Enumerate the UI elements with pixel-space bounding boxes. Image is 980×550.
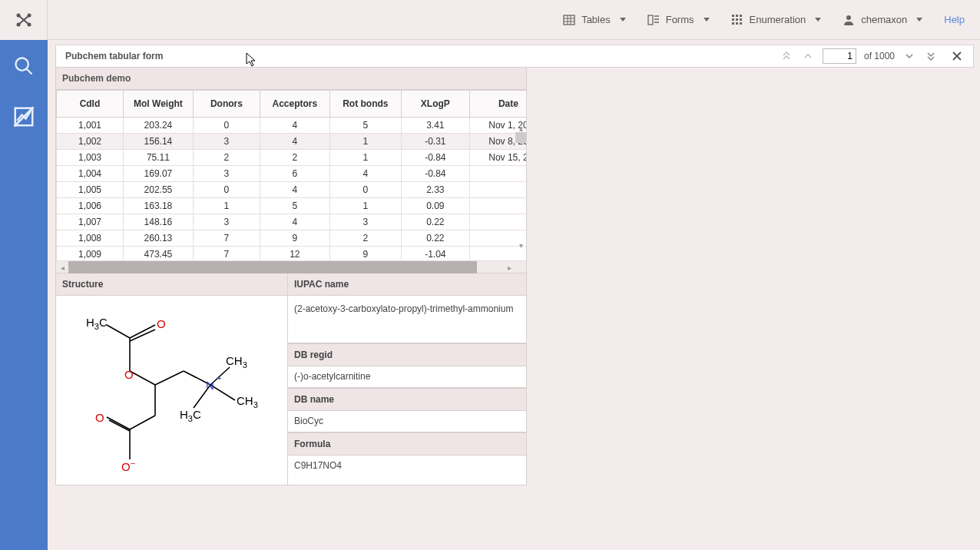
cell-cdid: 1,009	[57, 247, 124, 261]
cell-date	[469, 182, 526, 198]
menu-help-label: Help	[944, 14, 965, 25]
logo-container	[0, 0, 48, 40]
horizontal-scrollbar[interactable]: ◂ ▸	[56, 260, 526, 273]
svg-text:O: O	[124, 368, 134, 381]
cell-mw: 148.16	[123, 214, 193, 230]
cell-cdid: 1,001	[57, 118, 124, 134]
menu-user[interactable]: chemaxon	[843, 14, 922, 26]
sidebar-chart-button[interactable]	[10, 103, 38, 131]
structure-column: Structure	[56, 273, 288, 485]
cell-acceptors: 12	[260, 247, 329, 261]
menu-tables[interactable]: Tables	[563, 14, 626, 26]
table-header-row: CdId Mol Weight Donors Acceptors Rot bon…	[57, 91, 527, 118]
cell-donors: 3	[193, 134, 260, 150]
cell-rot: 1	[329, 150, 401, 166]
page-first-button[interactable]	[780, 49, 793, 63]
svg-line-41	[107, 417, 130, 429]
cell-donors: 7	[193, 230, 260, 247]
table-row[interactable]: 1,005202.550402.33	[57, 182, 527, 198]
svg-rect-17	[736, 18, 738, 21]
table-row[interactable]: 1,008260.137920.22	[57, 230, 527, 247]
double-chevron-up-icon	[781, 51, 792, 61]
app-logo-icon	[15, 11, 33, 29]
table-row[interactable]: 1,006163.181510.09	[57, 198, 527, 214]
scroll-down-arrow[interactable]: ▾	[517, 241, 525, 249]
col-cdid[interactable]: CdId	[57, 91, 124, 118]
formula-value: C9H17NO4	[288, 456, 526, 477]
cell-date	[469, 166, 526, 182]
cell-acceptors: 6	[260, 166, 329, 182]
data-panel: Pubchem demo CdId Mol Weight Donors Acce…	[55, 68, 527, 485]
svg-line-42	[109, 420, 130, 431]
cell-cdid: 1,005	[57, 182, 124, 198]
caret-down-icon	[916, 18, 922, 22]
page-last-button[interactable]	[924, 49, 938, 63]
page-input[interactable]	[823, 48, 856, 64]
sidebar	[0, 40, 48, 550]
scroll-left-arrow[interactable]: ◂	[56, 261, 68, 273]
svg-text:O: O	[95, 411, 104, 424]
cell-rot: 0	[329, 182, 401, 198]
cell-mw: 156.14	[123, 134, 193, 150]
cell-mw: 260.13	[123, 230, 193, 247]
cell-cdid: 1,008	[57, 230, 124, 247]
cell-xlogp: 0.22	[401, 230, 469, 247]
table-icon	[563, 14, 575, 26]
table-row[interactable]: 1,007148.163430.22	[57, 214, 527, 230]
double-chevron-down-icon	[925, 51, 936, 61]
svg-rect-15	[740, 15, 742, 17]
menu-enumeration[interactable]: Enumeration	[731, 14, 822, 26]
table-row[interactable]: 1,009473.457129-1.04	[57, 247, 527, 261]
sidebar-search-button[interactable]	[10, 52, 38, 80]
svg-line-26	[15, 108, 34, 127]
cell-mw: 202.55	[123, 182, 193, 198]
svg-line-40	[130, 416, 155, 429]
svg-rect-19	[732, 22, 734, 25]
horizontal-scrollbar-thumb[interactable]	[68, 261, 477, 273]
table-row[interactable]: 1,00375.11221-0.84Nov 15, 2	[57, 150, 527, 166]
menu-help[interactable]: Help	[944, 14, 965, 25]
close-button[interactable]	[950, 49, 964, 63]
col-mw[interactable]: Mol Weight	[123, 91, 193, 118]
svg-rect-9	[648, 15, 653, 25]
page-next-button[interactable]	[902, 49, 916, 63]
svg-text:N: N	[206, 379, 214, 392]
svg-line-29	[107, 325, 130, 338]
cell-cdid: 1,003	[57, 150, 124, 166]
info-column: IUPAC name (2-acetoxy-3-carboxylato-prop…	[288, 273, 526, 485]
cell-donors: 2	[193, 150, 260, 166]
menubar: Tables Forms Enumeration chemaxon Help	[0, 0, 980, 40]
vertical-scrollbar-thumb[interactable]	[515, 132, 526, 143]
cell-cdid: 1,002	[57, 134, 124, 150]
scroll-right-arrow[interactable]: ▸	[503, 261, 515, 273]
cell-rot: 2	[329, 230, 401, 247]
dbname-label: DB name	[288, 388, 526, 411]
svg-rect-18	[740, 18, 742, 21]
cell-acceptors: 9	[260, 230, 329, 247]
cell-xlogp: 0.09	[401, 198, 469, 214]
svg-line-35	[155, 371, 184, 385]
cell-rot: 1	[329, 134, 401, 150]
table-row[interactable]: 1,001203.240453.41Nov 1, 20	[57, 118, 527, 134]
svg-text:+: +	[217, 373, 221, 383]
menu-forms[interactable]: Forms	[647, 14, 710, 26]
iupac-value: (2-acetoxy-3-carboxylato-propyl)-trimeth…	[288, 296, 526, 343]
structure-label: Structure	[56, 273, 287, 296]
iupac-label: IUPAC name	[288, 273, 526, 296]
col-donors[interactable]: Donors	[193, 91, 260, 118]
col-date[interactable]: Date	[469, 91, 526, 118]
table-row[interactable]: 1,002156.14341-0.31Nov 8, 20	[57, 134, 527, 150]
cell-date	[469, 214, 526, 230]
svg-point-23	[16, 58, 28, 71]
scroll-up-arrow[interactable]: ▴	[517, 124, 525, 132]
cell-donors: 0	[193, 118, 260, 134]
structure-diagram[interactable]: H3C O O CH3 CH3 H3C N + O O−	[56, 296, 287, 485]
grid-icon	[731, 14, 743, 26]
page-prev-button[interactable]	[801, 49, 815, 63]
table-row[interactable]: 1,004169.07364-0.84	[57, 166, 527, 182]
col-xlogp[interactable]: XLogP	[401, 91, 469, 118]
col-acceptors[interactable]: Acceptors	[260, 91, 329, 118]
col-rot[interactable]: Rot bonds	[329, 91, 401, 118]
cell-date	[469, 198, 526, 214]
menu-user-label: chemaxon	[861, 14, 907, 25]
